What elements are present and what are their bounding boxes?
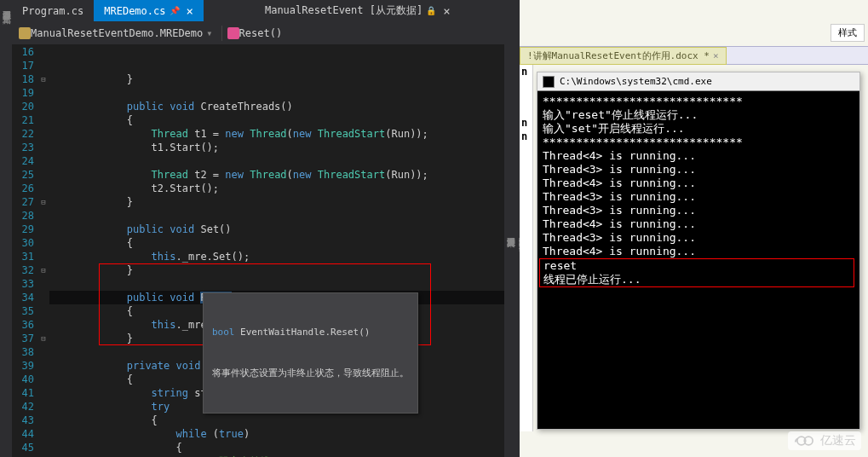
tab-bar: Program.cs MREDemo.cs📌× ManualResetEvent… — [12, 0, 504, 21]
sidebar-right[interactable]: 解决方案资源管理器 团队资源管理器 类视图 — [504, 0, 520, 457]
tooltip-signature: EventWaitHandle.Reset() — [235, 327, 371, 338]
lock-icon: 🔒 — [426, 6, 436, 15]
code-editor[interactable]: 1617181920212223242526272829303132333435… — [12, 45, 504, 457]
code-area[interactable]: } public void CreateThreads() { Thread t… — [49, 45, 504, 457]
watermark: 亿速云 — [788, 431, 861, 450]
doc-strip: n n n — [520, 65, 533, 431]
close-icon[interactable]: × — [187, 4, 193, 18]
style-button[interactable]: 样式 — [831, 24, 865, 42]
console-body[interactable]: ******************************输入"reset"停… — [537, 91, 859, 291]
nav-member[interactable]: Reset() — [239, 27, 283, 39]
tab-manualresetevent[interactable]: ManualResetEvent [从元数据]🔒× — [255, 0, 461, 21]
doc-strip-text: n — [520, 116, 532, 130]
console-title-text: C:\Windows\system32\cmd.exe — [560, 76, 712, 87]
nav-class[interactable]: ManualResetEventDemo.MREDemo — [31, 27, 203, 39]
watermark-text: 亿速云 — [820, 433, 856, 448]
ide-window: 服务器资源管理器 工具箱 Program.cs MREDemo.cs📌× Man… — [0, 0, 520, 457]
right-app-area: 样式 !讲解ManualResetEvent的作用.docx * × n n n… — [520, 0, 868, 457]
chevron-down-icon[interactable]: ▾ — [206, 27, 212, 39]
tab-label: MREDemo.cs — [104, 5, 165, 17]
tooltip-desc: 将事件状态设置为非终止状态，导致线程阻止。 — [212, 367, 409, 380]
doc-strip-text: n — [520, 65, 532, 78]
doc-tab[interactable]: !讲解ManualResetEvent的作用.docx * × — [520, 47, 727, 65]
tooltip-keyword: bool — [212, 327, 235, 338]
nav-bar: ManualResetEventDemo.MREDemo ▾ Reset() — [12, 21, 504, 45]
tab-program[interactable]: Program.cs — [12, 0, 94, 21]
close-icon[interactable]: × — [443, 4, 450, 18]
doc-tab-bar: !讲解ManualResetEvent的作用.docx * × — [520, 46, 868, 65]
class-icon — [19, 27, 31, 39]
console-titlebar[interactable]: C:\Windows\system32\cmd.exe — [537, 72, 859, 91]
tab-mredemo[interactable]: MREDemo.cs📌× — [94, 0, 204, 21]
close-icon[interactable]: × — [713, 50, 719, 61]
doc-tab-label: !讲解ManualResetEvent的作用.docx * — [527, 49, 710, 62]
sidebar-panel-label[interactable]: 解决方案资源管理器 — [504, 4, 516, 457]
pin-icon[interactable]: 📌 — [170, 6, 180, 15]
tab-label: Program.cs — [22, 5, 83, 17]
method-icon — [227, 27, 239, 39]
intellisense-tooltip: bool EventWaitHandle.Reset() 将事件状态设置为非终止… — [203, 292, 418, 414]
cmd-icon — [543, 76, 555, 88]
console-window[interactable]: C:\Windows\system32\cmd.exe ************… — [537, 72, 860, 430]
doc-strip-text: n — [520, 130, 532, 143]
fold-column[interactable]: ⊟⊟⊟⊟ — [37, 45, 49, 457]
line-gutter: 1617181920212223242526272829303132333435… — [12, 45, 37, 457]
sidebar-left[interactable]: 服务器资源管理器 工具箱 — [0, 0, 12, 457]
tab-label: ManualResetEvent [从元数据] — [265, 3, 423, 18]
